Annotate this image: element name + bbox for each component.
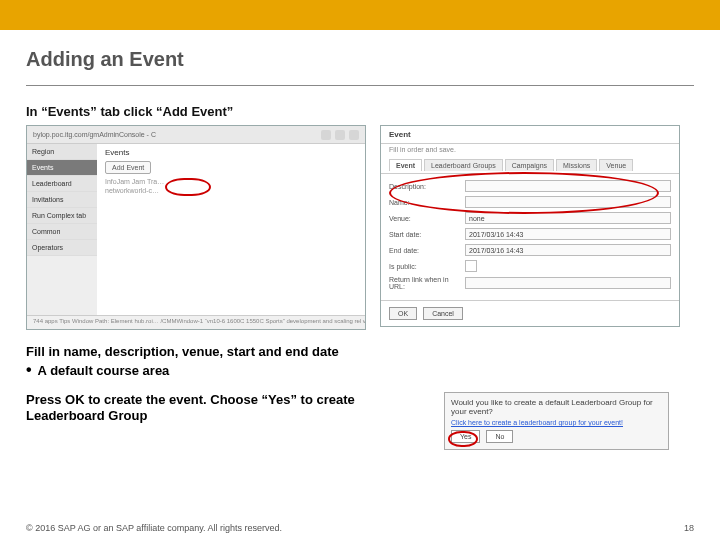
tab-campaigns[interactable]: Campaigns [505,159,554,171]
instruction-1: In “Events” tab click “Add Event” [26,104,694,119]
event-row[interactable]: networkworld-c… [105,187,357,194]
return-link-input[interactable] [465,277,671,289]
screenshot-confirm-dialog: Would you like to create a default Leade… [444,392,669,450]
screenshot-admin-console: bylop.poc.itg.com/gmAdminConsole - C Reg… [26,125,366,330]
name-input[interactable] [465,196,671,208]
page-title: Adding an Event [0,30,720,79]
tab-event[interactable]: Event [389,159,422,171]
end-date-input[interactable]: 2017/03/16 14:43 [465,244,671,256]
public-checkbox[interactable] [465,260,477,272]
form-body: Description: Name: Venue:none Start date… [381,174,679,300]
form-tabs: Event Leaderboard Groups Campaigns Missi… [381,155,679,174]
no-button[interactable]: No [486,430,513,443]
form-subhead: Fill in order and save. [381,144,679,155]
sidebar-item-leaderboard[interactable]: Leaderboard [27,176,97,192]
form-buttons: OK Cancel [381,300,679,326]
venue-select[interactable]: none [465,212,671,224]
page-number: 18 [684,523,694,533]
sidebar-item-events[interactable]: Events [27,160,97,176]
dialog-text: Would you like to create a default Leade… [451,398,662,416]
brand-bar [0,0,720,30]
tab-missions[interactable]: Missions [556,159,597,171]
yes-button[interactable]: Yes [451,430,480,443]
add-event-button[interactable]: Add Event [105,161,151,174]
bullet-default-course: A default course area [26,362,694,378]
end-label: End date: [389,247,459,254]
slide-footer: © 2016 SAP AG or an SAP affiliate compan… [0,516,720,540]
content: In “Events” tab click “Add Event” bylop.… [0,104,720,450]
desc-input[interactable] [465,180,671,192]
start-label: Start date: [389,231,459,238]
form-title: Event [381,126,679,144]
cancel-button[interactable]: Cancel [423,307,463,320]
tab-venue[interactable]: Venue [599,159,633,171]
copyright: © 2016 SAP AG or an SAP affiliate compan… [26,523,282,533]
instruction-2: Fill in name, description, venue, start … [26,344,694,359]
row-press: Press OK to create the event. Choose “Ye… [26,392,694,450]
venue-label: Venue: [389,215,459,222]
sidebar-item-common[interactable]: Common [27,224,97,240]
event-row[interactable]: InfoJam Jam Tra… [105,178,357,185]
start-date-input[interactable]: 2017/03/16 14:43 [465,228,671,240]
sidebar-item-operators[interactable]: Operators [27,240,97,256]
return-link-label: Return link when in URL: [389,276,459,290]
screenshot-event-form: Event Fill in order and save. Event Lead… [380,125,680,327]
events-heading: Events [105,148,357,157]
status-bar: 744 apps Tips Window Path: Element hub.r… [27,315,365,329]
screenshots-row: bylop.poc.itg.com/gmAdminConsole - C Reg… [26,125,694,330]
ok-button[interactable]: OK [389,307,417,320]
name-label: Name: [389,199,459,206]
url-bar: bylop.poc.itg.com/gmAdminConsole - C [33,131,156,138]
sidebar-item-complex[interactable]: Run Complex tab [27,208,97,224]
desc-label: Description: [389,183,459,190]
tab-leaderboard-groups[interactable]: Leaderboard Groups [424,159,503,171]
sidebar-item-invitations[interactable]: Invitations [27,192,97,208]
sidebar-item-region[interactable]: Region [27,144,97,160]
instruction-3: Press OK to create the event. Choose “Ye… [26,392,426,425]
admin-sidebar: Region Events Leaderboard Invitations Ru… [27,144,97,315]
admin-main: Events Add Event InfoJam Jam Tra… networ… [97,144,365,315]
dialog-link[interactable]: Click here to create a leaderboard group… [451,419,662,426]
public-label: Is public: [389,263,459,270]
browser-icons [321,130,359,140]
divider [26,85,694,86]
browser-chrome: bylop.poc.itg.com/gmAdminConsole - C [27,126,365,144]
